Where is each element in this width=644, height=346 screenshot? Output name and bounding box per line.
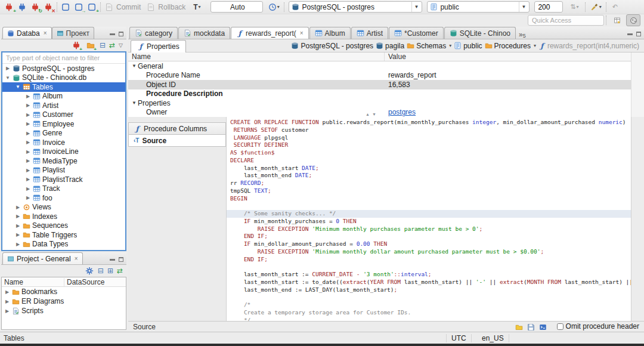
sql-editor-icon[interactable] <box>59 1 72 13</box>
property-row[interactable]: Ownerpostgres <box>128 108 631 118</box>
active-connection-combo[interactable]: PostgreSQL - postgres ▼ <box>289 1 422 13</box>
column-value[interactable]: Value <box>385 52 406 61</box>
tab-project-general[interactable]: Project - General × <box>2 252 83 264</box>
tree-item[interactable]: ▶PostgreSQL - postgres <box>2 64 125 73</box>
column-datasource[interactable]: DataSource <box>64 278 104 286</box>
perspective-editor-icon[interactable] <box>610 14 624 26</box>
tree-item[interactable]: ▶Sequences <box>2 221 125 231</box>
chevron-right-icon[interactable]: ▶ <box>25 168 31 173</box>
collapse-all-icon[interactable]: ⊟ <box>100 42 106 49</box>
properties-scrollbar[interactable] <box>631 52 644 117</box>
chevron-right-icon[interactable]: ▶ <box>4 308 10 314</box>
quick-access-input[interactable] <box>528 15 604 26</box>
tree-item[interactable]: ▶Indexes <box>2 212 125 221</box>
tree-item[interactable]: ▼SQLite - Chinook.db <box>2 73 125 83</box>
chevron-right-icon[interactable]: ▶ <box>25 112 31 118</box>
project-item[interactable]: ▶Scripts <box>2 306 126 316</box>
commit-icon[interactable] <box>103 1 116 13</box>
tab-properties[interactable]: ƒ Properties <box>131 40 186 52</box>
tree-item[interactable]: ▶Artist <box>2 101 125 110</box>
tab-overflow-icon[interactable]: »5 <box>516 30 528 39</box>
minimize-icon[interactable] <box>110 259 115 261</box>
close-icon[interactable]: × <box>44 30 47 36</box>
tab-database-navigator[interactable]: Databa × <box>2 27 52 39</box>
chevron-right-icon[interactable]: ▶ <box>25 131 31 136</box>
undo-icon[interactable]: ↶ <box>608 1 621 13</box>
tree-item[interactable]: ▶Playlist <box>2 166 125 175</box>
tree-item[interactable]: ▶Table Triggers <box>2 230 125 240</box>
reconnect-icon[interactable]: ↻ <box>29 1 42 13</box>
column-name[interactable]: Name <box>128 52 385 61</box>
tab-procedure-columns[interactable]: ƒ Procedure Columns <box>128 122 226 135</box>
chevron-right-icon[interactable]: ▶ <box>15 223 21 228</box>
editor-tab[interactable]: *Customer <box>389 27 444 39</box>
property-row[interactable]: Object ID16,583 <box>128 80 631 89</box>
close-icon[interactable]: × <box>300 30 304 36</box>
chevron-right-icon[interactable]: ▶ <box>25 149 31 155</box>
editor-tab[interactable]: category <box>129 27 178 39</box>
view-menu-icon[interactable]: ▽ <box>119 43 123 48</box>
tab-source[interactable]: ‹T Source <box>128 134 226 147</box>
editor-tab[interactable]: Album <box>309 27 351 39</box>
tree-item[interactable]: ▶Invoice <box>2 138 125 147</box>
open-sql-editor-icon[interactable]: → <box>72 1 85 13</box>
tab-projects[interactable]: Проект <box>52 27 95 39</box>
chevron-right-icon[interactable]: ▶ <box>25 121 31 126</box>
transaction-log-icon[interactable]: T▾ <box>189 1 205 13</box>
property-value-link[interactable]: postgres <box>388 108 416 116</box>
chevron-right-icon[interactable]: ▶ <box>4 299 10 304</box>
tree-item[interactable]: ▶Track <box>2 184 125 194</box>
chevron-down-icon[interactable]: ▼ <box>131 63 138 69</box>
tree-item[interactable]: ▶foo <box>2 193 125 203</box>
tree-item[interactable]: ▶PlaylistTrack <box>2 175 125 184</box>
chevron-right-icon[interactable]: ▶ <box>25 103 31 108</box>
project-item[interactable]: ▶ER Diagrams <box>2 296 126 306</box>
perspective-dbeaver-icon[interactable] <box>626 14 640 26</box>
maximize-icon[interactable] <box>119 32 123 36</box>
new-connection-icon[interactable]: + <box>71 39 82 51</box>
minimize-icon[interactable] <box>627 33 633 35</box>
property-row[interactable]: Procedure Description <box>128 89 631 99</box>
chevron-down-icon[interactable]: ▾ <box>534 43 536 48</box>
chevron-right-icon[interactable]: ▶ <box>25 186 31 191</box>
breadcrumb-item[interactable]: public <box>454 42 482 50</box>
property-row[interactable]: Procedure Namerewards_report <box>128 71 631 81</box>
breadcrumb-item[interactable]: PostgreSQL - postgres <box>291 42 373 50</box>
tree-item[interactable]: ▶Views <box>2 203 125 212</box>
chevron-right-icon[interactable]: ▶ <box>25 177 31 182</box>
omit-procedure-header-checkbox[interactable] <box>557 323 564 330</box>
chevron-right-icon[interactable]: ▶ <box>25 140 31 145</box>
commit-button[interactable]: Commit <box>116 3 141 11</box>
chevron-down-icon[interactable]: ▾ <box>449 43 451 48</box>
open-file-icon[interactable] <box>515 322 523 330</box>
tree-item[interactable]: ▶Data Types <box>2 240 125 249</box>
chevron-right-icon[interactable]: ▶ <box>15 205 21 210</box>
breadcrumb-item[interactable]: Procedures▾ <box>485 42 536 50</box>
editor-tab[interactable]: Artist <box>351 27 388 39</box>
active-schema-combo[interactable]: public ▼ <box>427 1 530 13</box>
chevron-right-icon[interactable]: ▶ <box>15 242 21 247</box>
new-folder-icon[interactable]: + <box>85 39 96 51</box>
settings-gear-icon[interactable] <box>85 265 94 277</box>
tree-item[interactable]: ▶Customer <box>2 110 125 120</box>
editor-tab[interactable]: SQLite - Chinoo <box>444 27 516 39</box>
chevron-down-icon[interactable]: ▼ <box>15 84 21 89</box>
breadcrumb-item[interactable]: pagila <box>376 42 404 50</box>
collapse-all-icon[interactable]: ⊟ <box>98 267 104 274</box>
close-icon[interactable]: × <box>75 255 78 262</box>
rollback-button[interactable]: Rollback <box>158 3 185 11</box>
combo-arrow-icon[interactable]: ▼ <box>411 2 420 12</box>
format-brush-icon[interactable]: ▾ <box>587 1 604 13</box>
breadcrumb-item[interactable]: Schemas▾ <box>407 42 451 50</box>
project-item[interactable]: ▶Bookmarks <box>2 287 126 296</box>
chevron-right-icon[interactable]: ▶ <box>15 214 21 219</box>
chevron-right-icon[interactable]: ▶ <box>5 66 11 71</box>
console-icon[interactable] <box>539 322 547 330</box>
tree-item[interactable]: ▶Genre <box>2 129 125 138</box>
source-scrollbar[interactable] <box>631 117 644 321</box>
sync-icon[interactable]: ⇅▾ <box>565 1 583 13</box>
maximize-icon[interactable] <box>119 257 123 262</box>
editor-tab[interactable]: ƒrewards_report(× <box>231 27 309 39</box>
chevron-right-icon[interactable]: ▶ <box>25 94 31 99</box>
expand-all-icon[interactable]: ⊞ <box>107 267 113 274</box>
